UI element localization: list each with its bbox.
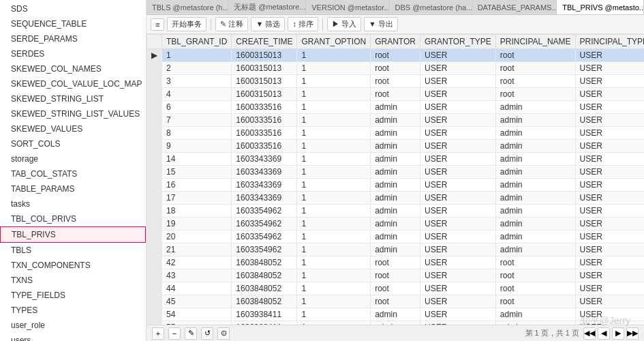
- col-header-create_time[interactable]: CREATE_TIME: [232, 35, 297, 49]
- sidebar-item-serde_params[interactable]: SERDE_PARAMS: [0, 31, 146, 46]
- col-header-principal_name[interactable]: PRINCIPAL_NAME: [495, 35, 575, 49]
- menu-btn[interactable]: ≡: [151, 18, 164, 31]
- table-row[interactable]: 5416039384111adminUSERadminUSERINSERT124…: [147, 308, 645, 321]
- table-cell: root: [371, 88, 420, 101]
- tab-tbls-@metastore-(h...[interactable]: TBLS @metastore (h...✕: [147, 0, 228, 14]
- row-indicator: [147, 75, 162, 88]
- table-cell: root: [495, 75, 575, 88]
- sidebar-item-sort_cols[interactable]: SORT_COLS: [0, 136, 146, 151]
- tab-version-@metastor...[interactable]: VERSION @metastor...✕: [306, 0, 389, 14]
- col-header-principal_type[interactable]: PRINCIPAL_TYPE: [575, 35, 644, 49]
- sidebar-item-txn_components[interactable]: TXN_COMPONENTS: [0, 258, 146, 273]
- sidebar-item-tbl_col_privs[interactable]: TBL_COL_PRIVS: [0, 211, 146, 226]
- table-cell: 1603848052: [232, 269, 297, 282]
- table-row[interactable]: 1716033433691adminUSERadminUSERDELETE104…: [147, 192, 645, 205]
- col-header-tbl_grant_id[interactable]: TBL_GRANT_ID: [162, 35, 232, 49]
- table-cell: USER: [420, 127, 495, 140]
- delete-row-btn[interactable]: −: [168, 327, 181, 340]
- add-row-btn[interactable]: +: [152, 327, 164, 340]
- begin-transaction-btn[interactable]: 开始事务: [167, 17, 206, 31]
- sidebar-item-skewed_values[interactable]: SKEWED_VALUES: [0, 121, 146, 136]
- sidebar-item-storage[interactable]: storage: [0, 151, 146, 166]
- table-row[interactable]: 4516038480521rootUSERrootUSERDELETE12151: [147, 295, 645, 308]
- table-cell: USER: [420, 75, 495, 88]
- filter-btn[interactable]: ▼ 筛选: [251, 17, 285, 31]
- table-row[interactable]: 416003150131rootUSERrootUSERDELETE4331: [147, 88, 645, 101]
- tab-无标题-@metastore...[interactable]: 无标题 @metastore...✕: [228, 0, 306, 14]
- table-cell: USER: [420, 282, 495, 295]
- row-indicator: [147, 114, 162, 127]
- table-row[interactable]: 1516033433691adminUSERadminUSERSELECT104…: [147, 166, 645, 179]
- table-cell: 1603343369: [232, 153, 297, 166]
- sidebar-item-tbls[interactable]: TBLS: [0, 243, 146, 258]
- toolbar-separator: [211, 18, 211, 31]
- col-header-grant_option[interactable]: GRANT_OPTION: [297, 35, 371, 49]
- table-row[interactable]: 316003150131rootUSERrootUSERUPDATE4331: [147, 75, 645, 88]
- sidebar-item-table_params[interactable]: TABLE_PARAMS: [0, 181, 146, 196]
- table-cell: USER: [575, 49, 644, 62]
- table-row[interactable]: 4416038480521rootUSERrootUSERUPDATE12151: [147, 282, 645, 295]
- table-row[interactable]: 1416033433691adminUSERadminUSERINSERT104…: [147, 153, 645, 166]
- sidebar-item-skewed_col_value_loc_map[interactable]: SKEWED_COL_VALUE_LOC_MAP: [0, 76, 146, 91]
- sidebar-item-user_role[interactable]: user_role: [0, 318, 146, 333]
- table-cell: admin: [371, 140, 420, 153]
- first-page-btn[interactable]: ◀◀: [583, 327, 596, 340]
- export-btn[interactable]: ▼ 导出: [364, 17, 398, 31]
- sidebar-item-sds[interactable]: SDS: [0, 1, 146, 16]
- last-page-btn[interactable]: ▶▶: [626, 327, 639, 340]
- table-row[interactable]: 616003335161adminUSERadminUSERINSERT1044…: [147, 101, 645, 114]
- table-row[interactable]: 4216038480521rootUSERrootUSERINSERT12151: [147, 256, 645, 269]
- refresh-btn[interactable]: ↺: [201, 327, 213, 340]
- table-cell: 6: [162, 101, 232, 114]
- table-cell: 1: [297, 101, 371, 114]
- table-row[interactable]: 216003150131rootUSERrootUSERSELECT4331: [147, 62, 645, 75]
- table-row[interactable]: 916003335161adminUSERadminUSERDELETE1044…: [147, 140, 645, 153]
- table-cell: admin: [495, 243, 575, 256]
- table-cell: 43: [162, 269, 232, 282]
- sidebar-item-serdes[interactable]: SERDES: [0, 46, 146, 61]
- col-header-grantor_type[interactable]: GRANTOR_TYPE: [420, 35, 495, 49]
- table-row[interactable]: 1816033549621adminUSERadminUSERINSERT105…: [147, 205, 645, 218]
- sidebar-item-sequence_table[interactable]: SEQUENCE_TABLE: [0, 16, 146, 31]
- table-cell: root: [371, 256, 420, 269]
- table-row[interactable]: 4316038480521rootUSERrootUSERSELECT12151: [147, 269, 645, 282]
- sidebar-item-tasks[interactable]: tasks: [0, 196, 146, 211]
- table-row[interactable]: 716003335161adminUSERadminUSERSELECT1044…: [147, 114, 645, 127]
- row-indicator: [147, 192, 162, 205]
- table-cell: USER: [575, 231, 644, 243]
- sidebar-item-txns[interactable]: TXNS: [0, 273, 146, 288]
- sidebar-item-types[interactable]: TYPES: [0, 303, 146, 318]
- sidebar-item-type_fields[interactable]: TYPE_FIELDS: [0, 288, 146, 303]
- tab-tbl_privs-@metasto...[interactable]: TBL_PRIVS @metasto...✕: [557, 0, 644, 14]
- edit-row-btn[interactable]: ✎: [185, 327, 197, 340]
- sort-btn[interactable]: ↕ 排序: [288, 17, 318, 31]
- sidebar-item-skewed_string_list[interactable]: SKEWED_STRING_LIST: [0, 91, 146, 106]
- sidebar-item-skewed_string_list_values[interactable]: SKEWED_STRING_LIST_VALUES: [0, 106, 146, 121]
- table-cell: 1: [297, 269, 371, 282]
- comment-btn[interactable]: ✎ 注释: [215, 17, 248, 31]
- table-cell: 1: [297, 282, 371, 295]
- table-cell: USER: [420, 101, 495, 114]
- table-cell: USER: [575, 140, 644, 153]
- import-btn[interactable]: ▶ 导入: [327, 17, 361, 31]
- table-row[interactable]: 1616033433691adminUSERadminUSERUPDATE104…: [147, 179, 645, 192]
- table-cell: 17: [162, 192, 232, 205]
- col-header-grantor[interactable]: GRANTOR: [371, 35, 420, 49]
- sidebar-item-tbl_privs[interactable]: TBL_PRIVS: [0, 226, 146, 243]
- sidebar-item-tab_col_stats[interactable]: TAB_COL_STATS: [0, 166, 146, 181]
- settings-btn[interactable]: ⊙: [217, 327, 230, 340]
- tab-database_params...[interactable]: DATABASE_PARAMS...✕: [472, 0, 557, 14]
- table-row[interactable]: 2116033549621adminUSERadminUSERDELETE105…: [147, 243, 645, 256]
- table-row[interactable]: ▶116003150131rootUSERrootUSERINSERT4331: [147, 49, 645, 62]
- sidebar: SDSSEQUENCE_TABLESERDE_PARAMSSERDESSKEWE…: [0, 0, 147, 341]
- next-page-btn[interactable]: ▶: [612, 327, 624, 340]
- table-row[interactable]: 2016033549621adminUSERadminUSERUPDATE105…: [147, 231, 645, 243]
- table-cell: admin: [371, 101, 420, 114]
- table-container[interactable]: TBL_GRANT_IDCREATE_TIMEGRANT_OPTIONGRANT…: [147, 34, 644, 325]
- prev-page-btn[interactable]: ◀: [598, 327, 610, 340]
- table-row[interactable]: 1916033549621adminUSERadminUSERSELECT105…: [147, 218, 645, 231]
- tab-dbs-@metastore-(ha...[interactable]: DBS @metastore (ha...✕: [389, 0, 472, 14]
- table-row[interactable]: 816003335161adminUSERadminUSERUPDATE1044…: [147, 127, 645, 140]
- sidebar-item-users[interactable]: users: [0, 333, 146, 341]
- sidebar-item-skewed_col_names[interactable]: SKEWED_COL_NAMES: [0, 61, 146, 76]
